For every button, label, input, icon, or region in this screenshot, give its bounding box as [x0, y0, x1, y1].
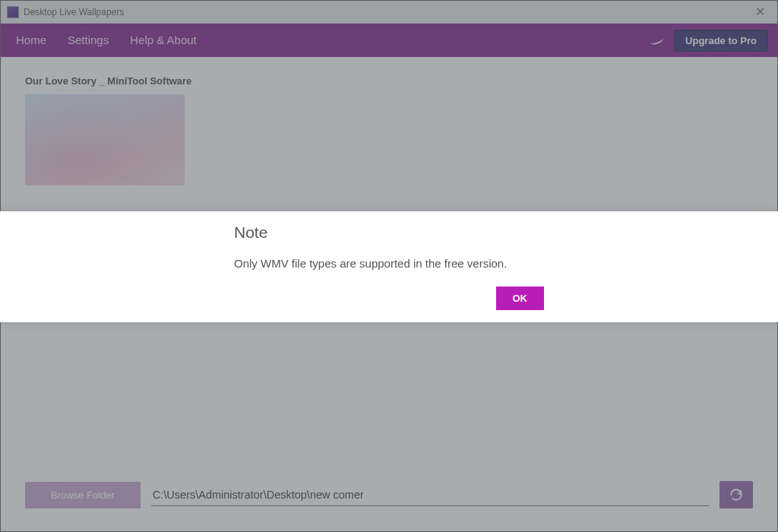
- nav-home[interactable]: Home: [10, 24, 57, 57]
- wallpaper-thumbnail[interactable]: [25, 94, 185, 185]
- swoosh-icon: [649, 34, 664, 46]
- nav-settings[interactable]: Settings: [57, 24, 119, 57]
- modal-message: Only WMV file types are supported in the…: [234, 257, 544, 270]
- app-icon: [7, 6, 19, 18]
- nav-help-about[interactable]: Help & About: [119, 24, 207, 57]
- ok-button[interactable]: OK: [496, 287, 545, 310]
- note-modal: Note Only WMV file types are supported i…: [0, 211, 778, 322]
- folder-path-input[interactable]: [151, 484, 709, 506]
- window-title: Desktop Live Wallpapers: [24, 7, 124, 17]
- titlebar: Desktop Live Wallpapers ✕: [1, 1, 777, 24]
- upgrade-button[interactable]: Upgrade to Pro: [674, 30, 768, 52]
- browse-folder-button[interactable]: Browse Folder: [25, 482, 141, 508]
- refresh-icon: [729, 488, 743, 502]
- bottom-bar: Browse Folder: [25, 481, 753, 513]
- wallpaper-item-title: Our Love Story _ MiniTool Software: [25, 75, 753, 87]
- close-icon[interactable]: ✕: [749, 5, 771, 19]
- refresh-button[interactable]: [719, 481, 753, 508]
- navbar: Home Settings Help & About Upgrade to Pr…: [1, 24, 777, 57]
- modal-title: Note: [234, 223, 544, 242]
